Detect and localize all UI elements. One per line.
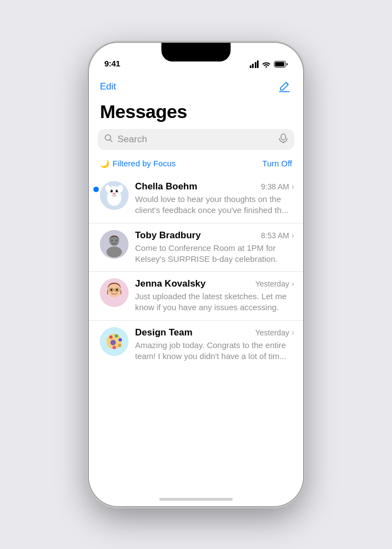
svg-rect-1 <box>275 62 284 66</box>
status-icons <box>250 60 288 68</box>
turn-off-button[interactable]: Turn Off <box>262 159 292 168</box>
time-jenna: Yesterday <box>255 279 289 288</box>
focus-text: Filtered by Focus <box>113 159 176 168</box>
chevron-toby: › <box>292 231 294 240</box>
mic-icon <box>279 133 288 145</box>
chevron-jenna: › <box>292 279 294 289</box>
chevron-design: › <box>292 328 294 338</box>
notch <box>161 43 231 61</box>
phone-screen: 9:41 <box>89 43 303 506</box>
home-indicator <box>159 498 233 501</box>
message-item-design[interactable]: Design Team Yesterday › Amazing job toda… <box>89 321 303 369</box>
search-icon <box>104 134 113 145</box>
compose-button[interactable] <box>277 79 292 94</box>
message-body-chella: Chella Boehm 9:38 AM › Would love to hea… <box>135 181 294 216</box>
message-header-jenna: Jenna Kovalsky Yesterday › <box>135 278 294 289</box>
svg-point-32 <box>110 340 116 345</box>
svg-point-21 <box>116 289 118 291</box>
sender-design: Design Team <box>135 327 193 338</box>
nav-bar: Edit <box>89 72 303 99</box>
svg-point-15 <box>107 247 122 257</box>
unread-indicator <box>93 187 99 192</box>
status-time: 9:41 <box>104 59 120 68</box>
message-item-chella[interactable]: Chella Boehm 9:38 AM › Would love to hea… <box>89 175 303 223</box>
time-design: Yesterday <box>255 328 289 337</box>
message-meta-design: Yesterday › <box>255 328 294 338</box>
message-item-toby[interactable]: Toby Bradbury 8:53 AM › Come to Conferen… <box>89 223 303 272</box>
sender-chella: Chella Boehm <box>135 181 197 192</box>
svg-rect-3 <box>281 134 285 140</box>
edit-button[interactable]: Edit <box>100 81 116 92</box>
sender-toby: Toby Bradbury <box>135 230 201 241</box>
svg-point-16 <box>111 239 113 241</box>
time-toby: 8:53 AM <box>261 231 289 240</box>
focus-filter-bar: 🌙 Filtered by Focus Turn Off <box>89 156 303 172</box>
preview-jenna: Just uploaded the latest sketches. Let m… <box>135 291 294 313</box>
svg-point-27 <box>109 335 113 339</box>
avatar-chella <box>100 181 128 210</box>
preview-chella: Would love to hear your thoughts on the … <box>135 194 294 216</box>
message-body-jenna: Jenna Kovalsky Yesterday › Just uploaded… <box>135 278 294 313</box>
message-header-toby: Toby Bradbury 8:53 AM › <box>135 230 294 241</box>
signal-icon <box>250 60 259 68</box>
message-list: Chella Boehm 9:38 AM › Would love to hea… <box>89 175 303 368</box>
avatar-design <box>100 327 128 356</box>
chevron-chella: › <box>292 182 294 192</box>
svg-point-29 <box>119 338 122 341</box>
app-content: Edit Messages <box>89 72 303 506</box>
preview-design: Amazing job today. Congrats to the entir… <box>135 340 294 362</box>
message-item-jenna[interactable]: Jenna Kovalsky Yesterday › Just uploaded… <box>89 272 303 321</box>
sender-jenna: Jenna Kovalsky <box>135 278 206 289</box>
battery-icon <box>274 61 288 68</box>
svg-point-12 <box>113 193 116 195</box>
moon-icon: 🌙 <box>100 159 109 168</box>
message-header-chella: Chella Boehm 9:38 AM › <box>135 181 294 192</box>
svg-point-20 <box>110 289 113 291</box>
message-header-design: Design Team Yesterday › <box>135 327 294 338</box>
avatar-toby <box>100 230 128 259</box>
svg-point-17 <box>116 239 117 241</box>
phone-frame: 9:41 <box>89 43 303 506</box>
wifi-icon <box>262 61 271 68</box>
page-title: Messages <box>89 99 303 129</box>
svg-point-31 <box>113 346 116 349</box>
svg-point-28 <box>115 334 118 338</box>
svg-point-30 <box>118 344 121 347</box>
message-body-toby: Toby Bradbury 8:53 AM › Come to Conferen… <box>135 230 294 265</box>
preview-toby: Come to Conference Room at 1PM for Kelse… <box>135 243 294 265</box>
message-meta-jenna: Yesterday › <box>255 279 294 289</box>
focus-label: 🌙 Filtered by Focus <box>100 159 176 168</box>
message-body-design: Design Team Yesterday › Amazing job toda… <box>135 327 294 362</box>
search-bar[interactable]: Search <box>98 129 294 150</box>
time-chella: 9:38 AM <box>261 182 289 191</box>
search-placeholder: Search <box>117 134 275 145</box>
compose-icon <box>278 81 290 93</box>
avatar-jenna <box>100 278 128 307</box>
message-meta-chella: 9:38 AM › <box>261 182 294 192</box>
message-meta-toby: 8:53 AM › <box>261 231 294 240</box>
